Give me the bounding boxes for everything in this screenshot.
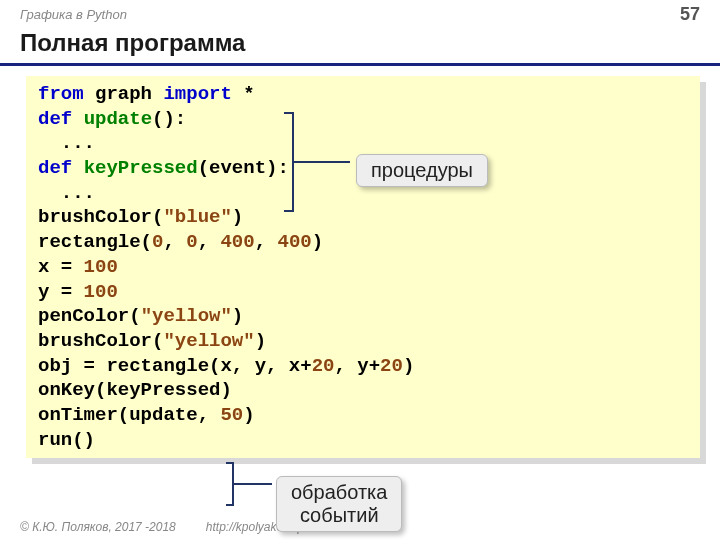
num: 20 [380, 355, 403, 377]
num: 400 [220, 231, 254, 253]
paren: (event): [198, 157, 289, 179]
bracket-line [234, 483, 272, 485]
paren: ) [312, 231, 323, 253]
copyright: © К.Ю. Поляков, 2017 -2018 [20, 520, 176, 534]
breadcrumb: Графика в Python [20, 7, 127, 22]
code-example: from graph import * def update(): ... de… [26, 76, 700, 458]
code-block: from graph import * def update(): ... de… [26, 76, 700, 458]
kw-def: def [38, 157, 72, 179]
call: onKey(keyPressed) [38, 379, 232, 401]
paren: ) [232, 305, 243, 327]
paren: ) [243, 404, 254, 426]
callout-events: обработкасобытий [276, 476, 402, 532]
num: 50 [220, 404, 243, 426]
kw-def: def [38, 108, 72, 130]
str: "yellow" [163, 330, 254, 352]
num: 0 [186, 231, 197, 253]
call: run() [38, 429, 95, 451]
fn-keypressed: keyPressed [84, 157, 198, 179]
paren: ) [255, 330, 266, 352]
call: brushColor( [38, 330, 163, 352]
assign: y = [38, 281, 84, 303]
bracket-line [294, 161, 350, 163]
bracket-procedures [284, 112, 294, 212]
call: onTimer(update, [38, 404, 220, 426]
paren: ) [232, 206, 243, 228]
num: 100 [84, 256, 118, 278]
kw-from: from [38, 83, 84, 105]
assign: obj = rectangle(x, y, x+ [38, 355, 312, 377]
txt: , y+ [334, 355, 380, 377]
call: brushColor( [38, 206, 163, 228]
paren: ) [403, 355, 414, 377]
paren: (): [152, 108, 186, 130]
star: * [243, 83, 254, 105]
comma: , [198, 231, 221, 253]
str: "blue" [163, 206, 231, 228]
fn-update: update [84, 108, 152, 130]
call: penColor( [38, 305, 141, 327]
ellipsis: ... [38, 182, 95, 204]
comma: , [255, 231, 278, 253]
bracket-events [226, 462, 234, 506]
comma: , [163, 231, 186, 253]
str: "yellow" [141, 305, 232, 327]
callout-procedures: процедуры [356, 154, 488, 187]
num: 20 [312, 355, 335, 377]
mod-name: graph [95, 83, 152, 105]
num: 0 [152, 231, 163, 253]
kw-import: import [163, 83, 231, 105]
ellipsis: ... [38, 132, 95, 154]
page-title: Полная программа [0, 27, 720, 66]
num: 400 [278, 231, 312, 253]
assign: x = [38, 256, 84, 278]
num: 100 [84, 281, 118, 303]
call: rectangle( [38, 231, 152, 253]
page-number: 57 [680, 4, 700, 25]
